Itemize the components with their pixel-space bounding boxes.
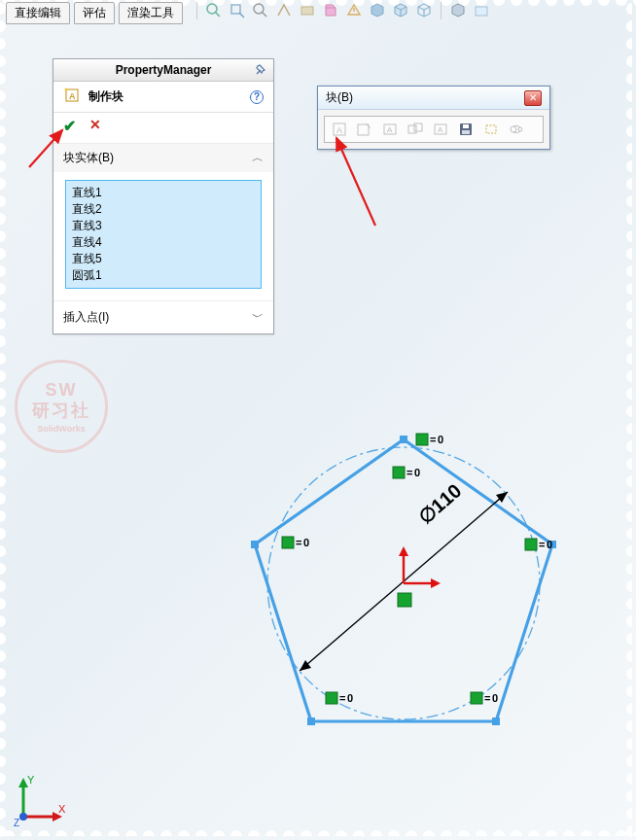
constraint-marker[interactable]: = 0	[525, 539, 552, 550]
svg-rect-40	[492, 718, 500, 725]
svg-text:=: =	[539, 539, 545, 550]
svg-text:=: =	[406, 467, 412, 478]
svg-text:0: 0	[492, 692, 498, 704]
svg-rect-63	[326, 692, 337, 704]
svg-marker-49	[431, 578, 441, 588]
svg-rect-57	[282, 537, 294, 548]
svg-text:0: 0	[303, 537, 309, 548]
svg-rect-50	[398, 593, 411, 607]
svg-text:0: 0	[414, 467, 420, 478]
svg-text:0: 0	[547, 539, 552, 550]
graphics-area[interactable]: ∅110 = 0 = 0 = 0 = 0 = 0 = 0	[0, 0, 636, 840]
constraint-marker[interactable]: = 0	[471, 692, 498, 704]
svg-rect-42	[251, 541, 259, 548]
svg-rect-41	[307, 718, 315, 725]
svg-text:=: =	[430, 434, 436, 445]
svg-rect-66	[471, 692, 482, 704]
constraint-marker[interactable]: = 0	[393, 467, 420, 478]
svg-text:0: 0	[438, 434, 443, 445]
svg-rect-60	[525, 539, 537, 550]
svg-marker-47	[399, 546, 408, 556]
view-triad: Y X Z	[12, 770, 70, 828]
svg-text:X: X	[58, 803, 66, 815]
svg-rect-54	[393, 467, 405, 478]
svg-text:=: =	[296, 537, 301, 548]
svg-rect-51	[416, 434, 428, 445]
dimension-label: ∅110	[414, 479, 465, 528]
constraint-marker[interactable]: = 0	[282, 537, 309, 548]
svg-text:Z: Z	[14, 818, 19, 828]
constraint-marker[interactable]: = 0	[326, 692, 353, 704]
svg-text:=: =	[484, 692, 490, 704]
constraint-marker[interactable]: = 0	[416, 434, 443, 445]
svg-rect-38	[400, 436, 407, 443]
svg-text:Y: Y	[27, 774, 35, 786]
svg-point-75	[19, 813, 27, 821]
svg-text:=: =	[339, 692, 345, 704]
svg-text:0: 0	[347, 692, 353, 704]
